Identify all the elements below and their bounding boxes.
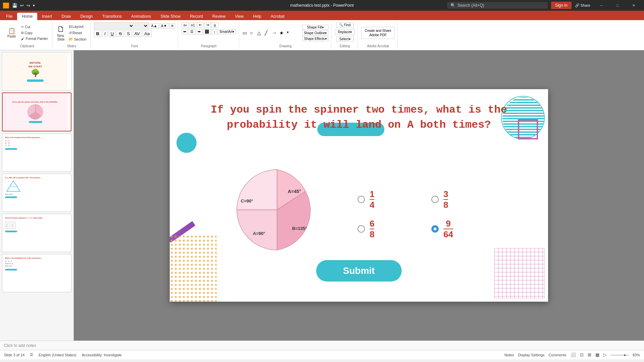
shape-arrow[interactable]: → xyxy=(272,30,279,36)
sign-in-button[interactable]: Sign in xyxy=(551,2,572,9)
shape-circle[interactable]: ○ xyxy=(250,30,257,36)
slide-thumb-4[interactable]: 4 What is the simplest form of the expre… xyxy=(2,133,71,172)
shape-triangle[interactable]: △ xyxy=(257,30,264,36)
numbering-button[interactable]: ≡1 xyxy=(189,22,197,28)
create-share-pdf-button[interactable]: Create and ShareAdobe PDF xyxy=(361,27,395,39)
align-left-button[interactable]: ⬅ xyxy=(181,29,188,35)
cut-button[interactable]: ✂ Cut xyxy=(20,24,49,29)
tab-file[interactable]: File xyxy=(1,13,17,20)
slide-thumb-7[interactable]: 7 What is the simplified form of the exp… xyxy=(2,254,71,292)
display-settings-button[interactable]: Display Settings xyxy=(518,353,545,357)
font-family-select[interactable] xyxy=(94,22,134,29)
section-button[interactable]: 📂 Section xyxy=(67,37,88,42)
view-presenter-btn[interactable]: ▷ xyxy=(603,352,607,357)
decrease-font-button[interactable]: A▼ xyxy=(160,23,168,28)
tab-design[interactable]: Design xyxy=(75,13,97,20)
clear-format-button[interactable]: ✕ xyxy=(169,23,175,29)
quick-access-menu[interactable]: ▾ xyxy=(33,3,35,8)
view-reading-btn[interactable]: ▦ xyxy=(595,352,599,357)
view-sorter-btn[interactable]: ⊞ xyxy=(588,352,591,357)
tab-transitions[interactable]: Transitions xyxy=(98,13,126,20)
decrease-indent-button[interactable]: ⇤ xyxy=(197,22,204,28)
slide-thumb-3[interactable]: 3 If you spin the spinner two times, wha… xyxy=(2,93,71,131)
slide-thumb-5[interactable]: 5 In △ ABC, DE is parallel to BC. The me… xyxy=(2,174,71,212)
minimize-button[interactable]: ─ xyxy=(594,0,609,11)
view-normal-icon[interactable]: ☰ xyxy=(30,353,33,357)
tab-help[interactable]: Help xyxy=(248,13,266,20)
font-size-select[interactable] xyxy=(135,22,149,29)
shape-rect[interactable]: ▭ xyxy=(243,30,249,36)
close-button[interactable]: ✕ xyxy=(626,0,641,11)
select-button[interactable]: Select▾ xyxy=(336,36,354,42)
section-label: Section xyxy=(74,37,87,41)
replace-button[interactable]: Replace▾ xyxy=(335,29,355,35)
answer-option-1[interactable]: 1 4 xyxy=(358,190,411,209)
convert-smartart-button[interactable]: SmartArt▾ xyxy=(218,29,236,34)
increase-indent-button[interactable]: ⇥ xyxy=(204,22,211,28)
underline-button[interactable]: U xyxy=(109,31,116,37)
new-slide-button[interactable]: 🗋 NewSlide xyxy=(56,24,66,42)
shape-fill-button[interactable]: Shape Fill▾ xyxy=(302,25,328,30)
tab-view[interactable]: View xyxy=(230,13,248,20)
slide-thumb-6[interactable]: 6 Given the linear equation y = x + 2, w… xyxy=(2,214,71,252)
tab-draw[interactable]: Draw xyxy=(57,13,75,20)
shapes-more-button[interactable]: ▾ xyxy=(287,30,293,36)
tab-home[interactable]: Home xyxy=(17,13,37,20)
align-right-button[interactable]: ➡ xyxy=(196,29,202,35)
quick-access-undo[interactable]: ↩ xyxy=(20,3,24,8)
radio-4[interactable] xyxy=(431,225,439,233)
shape-outline-button[interactable]: Shape Outline▾ xyxy=(302,31,328,36)
comments-button[interactable]: Comments xyxy=(548,353,566,357)
paste-button[interactable]: 📋 Paste xyxy=(5,26,19,40)
radio-1[interactable] xyxy=(358,196,365,203)
strikethrough-button[interactable]: S xyxy=(117,31,124,37)
columns-button[interactable]: ⫼ xyxy=(211,22,218,28)
reset-button[interactable]: ↺ Reset xyxy=(67,30,88,36)
bullets-button[interactable]: ≡• xyxy=(181,22,188,28)
view-outline-btn[interactable]: ⊡ xyxy=(580,352,584,357)
increase-font-button[interactable]: A▲ xyxy=(150,23,158,28)
editing-group: 🔍 Find Replace▾ Select▾ Editing xyxy=(332,21,358,49)
search-bar[interactable]: 🔍 Search (Alt+Q) xyxy=(447,2,548,9)
shape-line[interactable]: ╱ xyxy=(265,30,271,36)
answer-option-3[interactable]: 6 8 xyxy=(358,219,411,239)
quick-access-redo[interactable]: ↪ xyxy=(26,3,30,8)
statusbar: Slide 3 of 14 ☰ English (United States) … xyxy=(0,350,644,359)
accessibility-status[interactable]: Accessibility: Investigate xyxy=(82,353,122,357)
format-painter-button[interactable]: 🖌 Format Painter xyxy=(20,36,49,41)
line-spacing-button[interactable]: ↕ xyxy=(212,29,217,35)
shape-effects-button[interactable]: Shape Effects▾ xyxy=(302,36,328,41)
radio-3[interactable] xyxy=(358,225,365,233)
italic-button[interactable]: I xyxy=(102,31,108,37)
justify-button[interactable]: ⬛ xyxy=(203,29,211,35)
slide-thumb-2[interactable]: 2 BEFORE WE START 🌳 xyxy=(2,52,71,90)
case-button[interactable]: Aa xyxy=(142,31,152,37)
tab-acrobat[interactable]: Acrobat xyxy=(266,13,289,20)
find-button[interactable]: 🔍 Find xyxy=(336,22,354,28)
align-center-button[interactable]: ☰ xyxy=(189,29,195,35)
shadow-button[interactable]: S xyxy=(125,31,132,37)
spacing-button[interactable]: AV xyxy=(133,31,141,37)
tab-review[interactable]: Review xyxy=(208,13,230,20)
answer-option-4[interactable]: 9 64 xyxy=(431,219,485,239)
share-icon[interactable]: 🔗 Share xyxy=(575,3,590,8)
notes-button[interactable]: Notes xyxy=(504,353,514,357)
layout-button[interactable]: ⊟ Layout xyxy=(67,24,88,29)
bold-button[interactable]: B xyxy=(94,31,101,37)
quick-access-save[interactable]: 💾 xyxy=(12,3,17,8)
radio-2[interactable] xyxy=(431,196,439,203)
copy-button[interactable]: ⧉ Copy xyxy=(20,30,49,36)
zoom-level[interactable]: 83% xyxy=(633,353,640,357)
view-normal-btn[interactable]: ⬜ xyxy=(571,352,576,357)
tab-insert[interactable]: Insert xyxy=(37,13,57,20)
submit-button[interactable]: Submit xyxy=(316,260,402,282)
zoom-slider[interactable]: ─────●─ xyxy=(611,353,629,357)
maximize-button[interactable]: □ xyxy=(610,0,625,11)
answer-option-2[interactable]: 3 8 xyxy=(431,190,485,209)
arrange-button[interactable] xyxy=(294,30,301,36)
notes-placeholder[interactable]: Click to add notes xyxy=(4,343,36,348)
tab-slideshow[interactable]: Slide Show xyxy=(156,13,185,20)
tab-animations[interactable]: Animations xyxy=(126,13,156,20)
shape-star[interactable]: ★ xyxy=(279,30,286,36)
tab-record[interactable]: Record xyxy=(185,13,208,20)
